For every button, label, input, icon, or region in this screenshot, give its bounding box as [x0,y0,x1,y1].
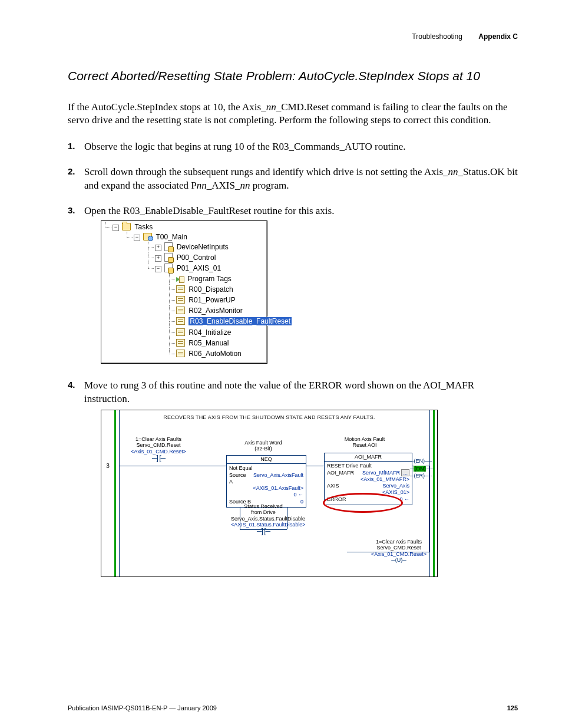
mafr-error-label: ERROR [327,496,346,503]
tree-r00-label: R00_Dispatch [189,285,233,294]
xic2-t1: Status Received [231,503,296,509]
task-icon [143,233,152,241]
step-1-text: Observe the logic that begins at rung 10… [84,141,406,152]
step-2-nn2: nn [197,180,207,191]
page-footer: Publication IASIMP-QS011B-EN-P — January… [68,704,518,711]
tree-program-tags[interactable]: Program Tags [166,274,267,284]
tree-tasks-label: Tasks [134,223,153,231]
mafr-r0: RESET Drive Fault [327,463,409,469]
neq-name: Not Equal [229,465,303,472]
step-2d: program. [250,180,289,191]
tree-r02[interactable]: R02_AxisMonitor [166,305,267,316]
xic-icon: ─] [─ [152,454,165,463]
routine-icon [176,307,185,314]
routine-icon [176,317,185,325]
neq-title: Axis Fault Word (32-Bit) [231,440,296,452]
neq-srcA-num: 0 ← [293,492,303,498]
tree-t00-main[interactable]: − T00_Main + DeviceNetInputs [123,232,267,360]
mafr-r2b: Servo_Axis [382,483,409,489]
mafr-r1c: <Axis_01_MfMAFR> [361,476,409,483]
tree-r03-label: R03_EnableDisable_FaultReset [189,317,292,325]
neq-t1: Axis Fault Word [231,440,296,446]
tree-devicenet[interactable]: + DeviceNetInputs [144,242,267,252]
mafr-r2a: AXIS [327,483,339,489]
tree-p01-label: P01_AXIS_01 [177,264,221,272]
publication-id: Publication IASIMP-QS011B-EN-P — January… [68,704,217,711]
mafr-instruction[interactable]: AOI_MAFR RESET Drive Fault AOI_MAFR Serv… [324,453,412,505]
neq-srcA: Source A [229,472,250,486]
collapse-icon[interactable]: − [155,266,161,272]
neq-t2: (32-Bit) [231,446,296,452]
xic1-t1: 1=Clear Axis Faults [126,436,191,442]
rung-comment: RECOVERS THE AXIS FROM THE SHUTDOWN STAT… [101,410,437,423]
flag-en: (EN) [414,458,425,464]
mafr-ellipsis-button[interactable]: ... [401,469,409,476]
step-2: Scroll down through the subsequent rungs… [68,166,518,193]
header-appendix: Appendix C [478,32,518,41]
tree-r02-label: R02_AxisMonitor [189,307,242,315]
intro-nn: nn [266,101,276,113]
section-title: Correct Aborted/Resetting State Problem:… [68,69,518,83]
folder-icon [122,223,131,230]
mafr-title: Motion Axis Fault Reset AOI [332,436,397,449]
intro-paragraph: If the AutoCycle.StepIndex stops at 10, … [68,101,518,127]
neq-srcA-tag: <AXIS_01.AxisFault> [253,485,303,492]
tree-r04[interactable]: R04_Initialize [166,327,267,338]
tree-p00[interactable]: + P00_Control [144,252,267,263]
tree-view: − Tasks − T00_Main + [101,220,267,364]
program-icon [164,253,173,262]
page-header: Troubleshooting Appendix C [68,32,518,41]
otu-t1: 1=Clear Axis Faults [366,539,431,545]
neq-instruction[interactable]: NEQ Not Equal Source AServo_Axis.AxisFau… [226,455,306,508]
mafr-hdr: AOI_MAFR [325,453,412,462]
tree-devicenet-label: DeviceNetInputs [177,243,229,251]
neq-srcA-val: Servo_Axis.AxisFault [253,472,303,486]
xic-reset-label: 1=Clear Axis Faults Servo_CMD.Reset <Axi… [126,436,191,463]
tree-r00[interactable]: R00_Dispatch [166,284,267,295]
expand-icon[interactable]: + [155,255,161,262]
tree-t00-label: T00_Main [156,233,187,241]
mafr-error-val: 0 ← [399,496,409,503]
collapse-icon[interactable]: − [113,225,119,231]
routine-icon [176,296,185,304]
otu-t3: <Axis_01_CMD.Reset> [366,551,431,557]
tree-tasks[interactable]: − Tasks − T00_Main + [102,222,267,361]
tree-r01[interactable]: R01_PowerUP [166,295,267,305]
xic-status-label: Status Received from Drive Servo_Axis.St… [231,503,296,536]
mafr-t1: Motion Axis Fault [332,436,397,442]
otu-t2: Servo_CMD.Reset [366,545,431,551]
step-1: Observe the logic that begins at rung 10… [68,140,518,154]
tree-p00-label: P00_Control [177,253,216,262]
program-icon [164,263,173,272]
mafr-r1a: AOI_MAFR [327,470,354,476]
tree-r01-label: R01_PowerUP [189,296,235,304]
step-2-nn3: nn [240,180,250,191]
neq-hdr: NEQ [227,456,306,464]
tree-r06-label: R06_AutoMotion [189,350,241,358]
tree-r05[interactable]: R05_Manual [166,338,267,348]
output-flags: ─(EN)── ─(DN)── ─(ER)── [410,457,434,480]
ladder-body: 3 1=Clear Axis Faults Servo_CMD.Reset <A… [101,423,437,577]
step-4-text: Move to rung 3 of this routine and note … [84,380,474,404]
xic1-t2: Servo_CMD.Reset [126,442,191,448]
program-icon [164,242,173,251]
routine-icon [176,328,185,336]
expand-icon[interactable]: + [155,245,161,251]
mafr-t2: Reset AOI [332,442,397,448]
collapse-icon[interactable]: − [134,235,140,241]
tree-r03[interactable]: R03_EnableDisable_FaultReset [166,316,267,327]
rung-number: 3 [103,462,113,470]
routine-icon [176,350,185,357]
tree-r06[interactable]: R06_AutoMotion [166,348,267,359]
flag-er: (ER) [414,473,425,479]
page-number: 125 [507,704,518,711]
tree-p01[interactable]: − P01_AXIS_01 Program Tags [144,263,267,360]
step-4: Move to rung 3 of this routine and note … [68,379,518,577]
steps-list: Observe the logic that begins at rung 10… [68,140,518,577]
ladder-figure: RECOVERS THE AXIS FROM THE SHUTDOWN STAT… [101,410,438,577]
xic2-t2: from Drive [231,509,296,515]
routine-icon [176,339,185,347]
xic-icon: ─] [─ [257,528,270,536]
neq-srcB-val: 0 [300,499,303,505]
intro-text-1: If the AutoCycle.StepIndex stops at 10, … [68,101,266,113]
